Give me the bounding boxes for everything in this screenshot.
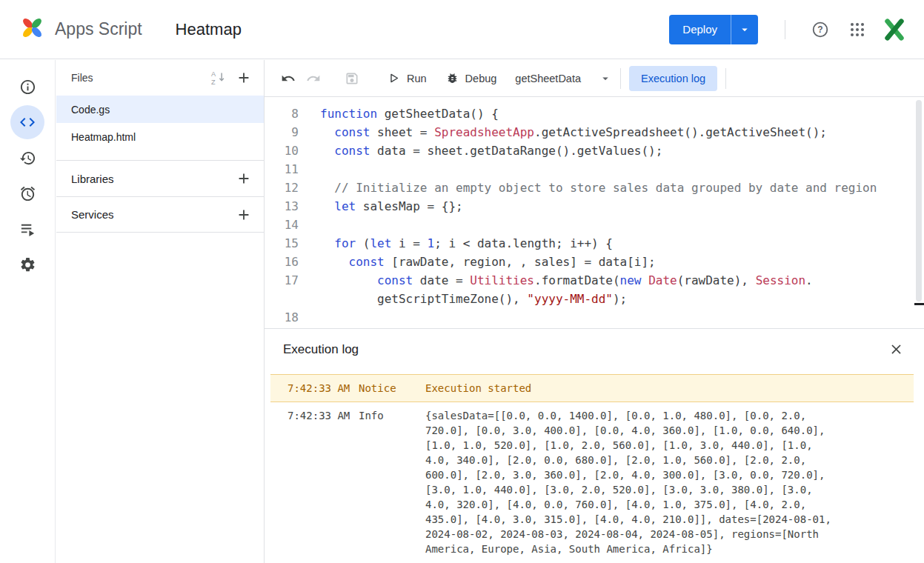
topbar: Apps Script Heatmap Deploy ?: [0, 0, 924, 59]
code-line[interactable]: getScriptTimeZone(), "yyyy-MM-dd");: [265, 290, 924, 308]
svg-text:?: ?: [817, 24, 822, 35]
line-number: 16: [265, 253, 299, 271]
deploy-button[interactable]: Deploy: [669, 15, 758, 44]
code-line[interactable]: 8function getSheetData() {: [265, 104, 924, 123]
code-line[interactable]: 9 const sheet = SpreadsheetApp.getActive…: [265, 123, 924, 141]
line-content: const date = Utilities.formatDate(new Da…: [299, 271, 813, 290]
chevron-down-icon: [599, 72, 612, 85]
app-name: Apps Script: [55, 19, 142, 39]
line-content: for (let i = 1; i < data.length; i++) {: [299, 234, 613, 253]
svg-text:A: A: [211, 70, 216, 78]
files-panel-header: Files A Z: [56, 60, 264, 96]
line-number: 14: [265, 216, 299, 234]
line-content: // Initialize an empty object to store s…: [299, 179, 877, 197]
line-content: [299, 160, 320, 179]
redo-button[interactable]: [301, 66, 326, 91]
redo-icon: [306, 71, 321, 86]
apps-script-home-link[interactable]: Apps Script: [19, 15, 142, 44]
gear-icon: [19, 256, 36, 273]
close-icon: [888, 342, 904, 357]
code-line[interactable]: 12 // Initialize an empty object to stor…: [265, 179, 924, 197]
sidebar-item-overview[interactable]: [10, 70, 44, 104]
plus-icon: [236, 207, 252, 223]
libraries-label: Libraries: [71, 173, 231, 185]
sidebar-item-settings[interactable]: [10, 247, 44, 282]
line-content: [299, 216, 320, 234]
file-row-heatmap-html[interactable]: Heatmap.html: [56, 123, 264, 150]
log-entry-time: 7:42:33 AM: [270, 408, 359, 556]
add-file-button[interactable]: [231, 65, 256, 90]
account-avatar-x-icon: [883, 18, 906, 41]
save-icon: [345, 71, 359, 86]
sidebar-item-project-history[interactable]: [10, 141, 44, 175]
topbar-divider: [785, 20, 785, 39]
chevron-down-icon[interactable]: [731, 15, 758, 44]
code-line[interactable]: 17 const date = Utilities.formatDate(new…: [265, 271, 924, 290]
run-button[interactable]: Run: [378, 65, 436, 92]
sidebar-item-triggers[interactable]: [10, 176, 44, 210]
editor-scroll-marker: [914, 303, 924, 305]
add-service-button[interactable]: [231, 202, 256, 227]
files-panel: Files A Z Code.gs Heatmap.html Libraries…: [56, 60, 265, 563]
function-selector[interactable]: getSheetData: [515, 72, 612, 85]
line-number: 17: [265, 271, 299, 290]
run-label: Run: [407, 73, 427, 84]
code-line[interactable]: 18: [265, 308, 924, 327]
undo-button[interactable]: [276, 66, 301, 91]
line-number: 10: [265, 141, 299, 160]
help-button[interactable]: ?: [805, 15, 835, 44]
function-selector-value: getSheetData: [515, 73, 581, 84]
code-line[interactable]: 11: [265, 160, 924, 179]
file-row-code-gs[interactable]: Code.gs: [56, 96, 264, 123]
project-title[interactable]: Heatmap: [176, 20, 242, 39]
line-number: 15: [265, 234, 299, 253]
editor-toolbar: Run Debug getSheetData Execution log: [265, 60, 924, 97]
libraries-section: Libraries: [56, 160, 264, 196]
debug-button[interactable]: Debug: [436, 65, 507, 92]
toolbar-divider: [725, 68, 726, 89]
code-line[interactable]: 13 let salesMap = {};: [265, 197, 924, 216]
files-gap: [56, 150, 264, 160]
execution-log-header: Execution log: [265, 329, 924, 370]
code-line[interactable]: 14: [265, 216, 924, 234]
line-content: const [rawDate, region, , sales] = data[…: [299, 253, 656, 271]
line-content: const sheet = SpreadsheetApp.getActiveSp…: [299, 123, 827, 141]
close-execution-log-button[interactable]: [883, 336, 909, 363]
toolbar-divider: [620, 68, 621, 89]
line-content: let salesMap = {};: [299, 197, 463, 216]
code-editor[interactable]: 8function getSheetData() {9 const sheet …: [265, 97, 924, 328]
code-icon: [19, 113, 36, 131]
log-entry-type: Info: [359, 408, 425, 556]
line-number: 13: [265, 197, 299, 216]
apps-grid-button[interactable]: [842, 15, 872, 44]
add-library-button[interactable]: [231, 166, 256, 191]
log-entry: 7:42:33 AMNoticeExecution started: [270, 374, 914, 402]
execution-log-panel: Execution log 7:42:33 AMNoticeExecution …: [265, 328, 924, 563]
log-entry-type: Notice: [359, 381, 425, 396]
editor-scrollbar[interactable]: [916, 100, 922, 302]
code-line[interactable]: 10 const data = sheet.getDataRange().get…: [265, 141, 924, 160]
line-content: getScriptTimeZone(), "yyyy-MM-dd");: [299, 290, 627, 308]
sidebar-item-editor[interactable]: [10, 105, 44, 139]
executions-list-icon: [19, 221, 36, 238]
file-name: Heatmap.html: [71, 131, 136, 143]
code-line[interactable]: 15 for (let i = 1; i < data.length; i++)…: [265, 234, 924, 253]
save-button[interactable]: [339, 66, 365, 91]
execution-log-button[interactable]: Execution log: [629, 66, 717, 91]
line-number: 11: [265, 160, 299, 179]
code-line[interactable]: 16 const [rawDate, region, , sales] = da…: [265, 253, 924, 271]
sort-files-button[interactable]: A Z: [206, 65, 231, 90]
az-sort-icon: A Z: [210, 70, 227, 86]
editor-column: Run Debug getSheetData Execution log 8fu…: [265, 60, 924, 563]
execution-log-entries: 7:42:33 AMNoticeExecution started7:42:33…: [265, 370, 924, 563]
services-section: Services: [56, 196, 264, 233]
account-avatar[interactable]: [880, 15, 909, 44]
apps-script-logo-icon: [19, 15, 45, 44]
deploy-label: Deploy: [669, 15, 731, 44]
undo-icon: [281, 71, 296, 86]
execution-log-title: Execution log: [283, 342, 883, 357]
debug-label: Debug: [465, 73, 497, 84]
sidebar-item-executions[interactable]: [10, 212, 44, 246]
run-play-icon: [388, 72, 400, 84]
log-entry-message: {salesData=[[0.0, 0.0, 1400.0], [0.0, 1.…: [425, 408, 842, 556]
